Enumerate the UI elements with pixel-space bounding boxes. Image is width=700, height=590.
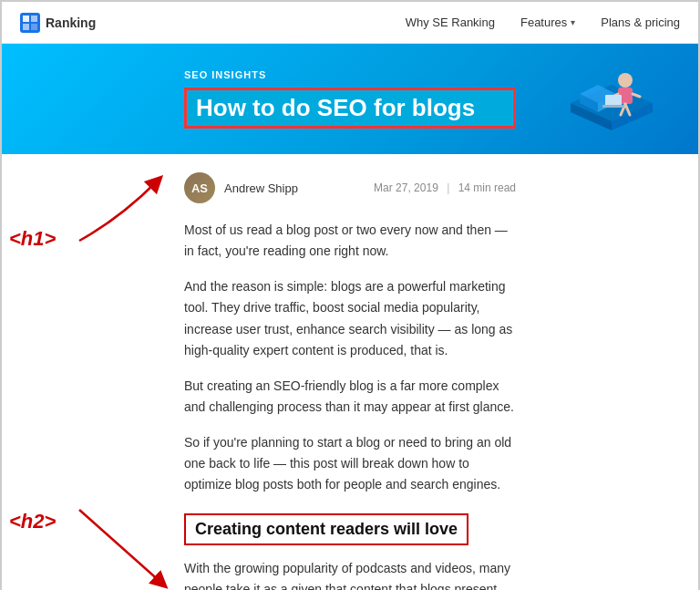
- paragraph-3: But creating an SEO-friendly blog is a f…: [184, 376, 516, 418]
- nav-why-se-ranking[interactable]: Why SE Ranking: [406, 16, 495, 29]
- nav-plans-pricing[interactable]: Plans & pricing: [601, 16, 680, 29]
- hero-banner: SEO INSIGHTS How to do SEO for blogs: [2, 44, 698, 154]
- svg-point-10: [618, 73, 633, 88]
- svg-rect-0: [23, 16, 29, 22]
- read-time: 14 min read: [458, 181, 516, 194]
- svg-rect-3: [31, 24, 37, 30]
- author-name: Andrew Shipp: [224, 181, 298, 195]
- svg-rect-2: [23, 24, 29, 30]
- svg-rect-17: [602, 105, 624, 108]
- logo-text: Ranking: [46, 16, 96, 30]
- hero-title-box: How to do SEO for blogs: [184, 88, 516, 129]
- article-content: AS Andrew Shipp Mar 27, 2019 | 14 min re…: [2, 154, 698, 590]
- hero-illustration: [552, 53, 671, 135]
- chevron-down-icon: ▾: [571, 17, 575, 27]
- hero-section-label: SEO INSIGHTS: [184, 69, 516, 80]
- author-meta: Mar 27, 2019 | 14 min read: [374, 181, 516, 194]
- nav-links: Why SE Ranking Features ▾ Plans & pricin…: [406, 16, 680, 29]
- hero-title: How to do SEO for blogs: [196, 94, 504, 122]
- logo[interactable]: Ranking: [20, 13, 96, 33]
- author-avatar: AS: [184, 172, 215, 203]
- paragraph-2: And the reason is simple: blogs are a po…: [184, 276, 516, 360]
- annotation-area: <h1> <h2> AS Andrew Shipp Mar 27, 2019 |: [2, 154, 698, 590]
- paragraph-4: So if you're planning to start a blog or…: [184, 432, 516, 495]
- h2-section-title: Creating content readers will love: [184, 513, 468, 545]
- publish-date: Mar 27, 2019: [374, 181, 438, 194]
- meta-separator: |: [447, 181, 449, 194]
- author-row: AS Andrew Shipp Mar 27, 2019 | 14 min re…: [184, 172, 516, 203]
- paragraph-after-h2: With the growing popularity of podcasts …: [184, 558, 516, 590]
- h2-heading: Creating content readers will love: [195, 520, 458, 539]
- nav-features[interactable]: Features ▾: [520, 16, 575, 29]
- logo-icon: [20, 13, 40, 33]
- navbar: Ranking Why SE Ranking Features ▾ Plans …: [2, 2, 698, 44]
- svg-rect-1: [31, 16, 37, 22]
- paragraph-1: Most of us read a blog post or two every…: [184, 220, 516, 262]
- svg-rect-16: [605, 95, 622, 106]
